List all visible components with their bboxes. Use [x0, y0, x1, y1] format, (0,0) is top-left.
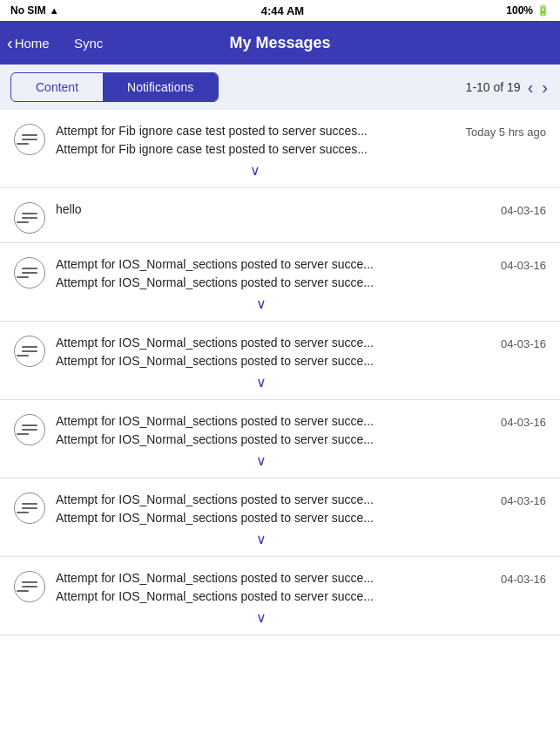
message-lines: Attempt for Fib ignore case test posted …: [56, 122, 455, 159]
message-date: 04-03-16: [476, 255, 546, 272]
message-line-2: Attempt for IOS_Normal_sections posted t…: [56, 587, 466, 606]
message-lines: Attempt for IOS_Normal_sections posted t…: [56, 569, 466, 606]
back-label[interactable]: Home: [15, 36, 50, 51]
page-title: My Messages: [229, 34, 330, 52]
status-left: No SIM ▲: [10, 4, 59, 17]
message-date: Today 5 hrs ago: [465, 122, 546, 139]
message-body: Attempt for IOS_Normal_sections posted t…: [56, 334, 466, 390]
message-lines: Attempt for IOS_Normal_sections posted t…: [56, 334, 466, 370]
nav-back-button[interactable]: ‹ Home: [7, 34, 50, 51]
message-icon: [14, 492, 45, 524]
message-line-2: Attempt for IOS_Normal_sections posted t…: [56, 274, 466, 292]
status-time: 4:44 AM: [261, 4, 304, 17]
message-lines: Attempt for IOS_Normal_sections posted t…: [56, 491, 466, 527]
list-item[interactable]: hello04-03-16: [0, 188, 560, 243]
pagination: 1-10 of 19 ‹ ›: [466, 78, 550, 96]
message-body: Attempt for IOS_Normal_sections posted t…: [56, 255, 466, 312]
message-body: Attempt for IOS_Normal_sections posted t…: [56, 569, 466, 626]
expand-button[interactable]: ∨: [56, 292, 466, 312]
message-icon: [14, 124, 45, 155]
nav-bar: ‹ Home Sync My Messages: [0, 21, 560, 65]
expand-button[interactable]: ∨: [56, 370, 466, 390]
battery-icon: 🔋: [536, 4, 550, 17]
list-item[interactable]: Attempt for Fib ignore case test posted …: [0, 110, 560, 188]
expand-button[interactable]: ∨: [56, 606, 466, 626]
message-line-2: Attempt for IOS_Normal_sections posted t…: [56, 431, 466, 449]
message-icon: [14, 257, 45, 289]
expand-button[interactable]: ∨: [56, 449, 466, 469]
message-line-1: Attempt for IOS_Normal_sections posted t…: [56, 491, 466, 509]
battery-text: 100%: [506, 4, 533, 17]
tab-notifications[interactable]: Notifications: [103, 73, 218, 101]
status-right: 100% 🔋: [506, 4, 550, 17]
message-line-1: Attempt for IOS_Normal_sections posted t…: [56, 569, 466, 587]
list-item[interactable]: Attempt for IOS_Normal_sections posted t…: [0, 243, 560, 322]
list-item[interactable]: Attempt for IOS_Normal_sections posted t…: [0, 479, 560, 557]
message-body: Attempt for IOS_Normal_sections posted t…: [56, 491, 466, 547]
segment-control: Content Notifications: [10, 72, 219, 102]
message-lines: Attempt for IOS_Normal_sections posted t…: [56, 412, 466, 449]
message-body: hello: [56, 200, 466, 219]
message-date: 04-03-16: [476, 412, 546, 429]
pagination-next-button[interactable]: ›: [540, 78, 550, 96]
message-date: 04-03-16: [476, 491, 546, 507]
expand-button[interactable]: ∨: [56, 159, 455, 179]
list-item[interactable]: Attempt for IOS_Normal_sections posted t…: [0, 557, 560, 635]
segment-pagination-bar: Content Notifications 1-10 of 19 ‹ ›: [0, 65, 560, 110]
message-date: 04-03-16: [476, 569, 546, 586]
list-item[interactable]: Attempt for IOS_Normal_sections posted t…: [0, 322, 560, 400]
pagination-prev-button[interactable]: ‹: [526, 78, 536, 96]
message-line-1: Attempt for IOS_Normal_sections posted t…: [56, 412, 466, 431]
message-line-2: Attempt for Fib ignore case test posted …: [56, 140, 455, 159]
message-lines: hello: [56, 200, 466, 219]
message-line-1: Attempt for IOS_Normal_sections posted t…: [56, 334, 466, 352]
message-list: Attempt for Fib ignore case test posted …: [0, 110, 560, 747]
expand-button[interactable]: ∨: [56, 527, 466, 547]
message-icon: [14, 571, 45, 602]
message-date: 04-03-16: [476, 334, 546, 350]
message-body: Attempt for Fib ignore case test posted …: [56, 122, 455, 179]
message-icon: [14, 202, 45, 234]
message-line-1: hello: [56, 200, 466, 219]
tab-content[interactable]: Content: [11, 73, 103, 101]
message-icon: [14, 336, 45, 367]
message-line-2: Attempt for IOS_Normal_sections posted t…: [56, 509, 466, 527]
status-bar: No SIM ▲ 4:44 AM 100% 🔋: [0, 0, 560, 21]
message-body: Attempt for IOS_Normal_sections posted t…: [56, 412, 466, 469]
message-line-1: Attempt for Fib ignore case test posted …: [56, 122, 455, 140]
sync-button[interactable]: Sync: [74, 36, 103, 51]
carrier-text: No SIM: [10, 4, 46, 17]
list-item[interactable]: Attempt for IOS_Normal_sections posted t…: [0, 400, 560, 479]
wifi-icon: ▲: [50, 5, 59, 16]
message-line-2: Attempt for IOS_Normal_sections posted t…: [56, 352, 466, 370]
message-date: 04-03-16: [476, 200, 546, 217]
message-lines: Attempt for IOS_Normal_sections posted t…: [56, 255, 466, 292]
back-chevron-icon: ‹: [7, 34, 13, 51]
pagination-text: 1-10 of 19: [466, 80, 521, 94]
message-line-1: Attempt for IOS_Normal_sections posted t…: [56, 255, 466, 274]
message-icon: [14, 414, 45, 445]
